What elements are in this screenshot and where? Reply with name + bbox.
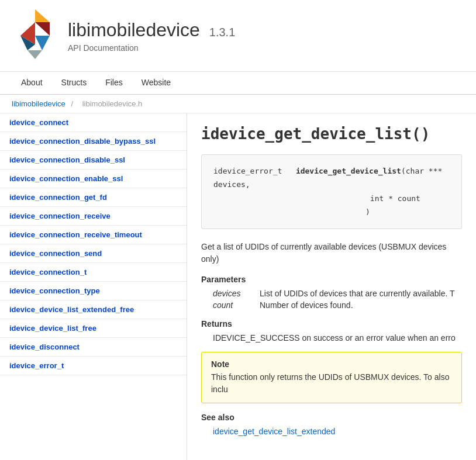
breadcrumb-separator: / xyxy=(71,99,73,108)
param-row: devices List of UDIDs of devices that ar… xyxy=(213,289,462,298)
svg-marker-1 xyxy=(35,22,50,36)
sidebar-item[interactable]: idevice_disconnect xyxy=(0,338,187,357)
sidebar-item[interactable]: idevice_device_list_extended_free xyxy=(0,300,187,319)
param-name-count: count xyxy=(213,300,260,310)
header: libimobiledevice 1.3.1 API Documentation xyxy=(0,0,476,72)
svg-marker-5 xyxy=(27,50,42,59)
svg-marker-3 xyxy=(35,36,50,50)
main-layout: idevice_connect idevice_connection_disab… xyxy=(0,113,476,460)
code-return-type: idevice_error_t xyxy=(213,167,282,175)
function-description: Get a list of UDIDs of currently availab… xyxy=(201,241,462,265)
parameters-section-title: Parameters xyxy=(201,275,462,284)
note-title: Note xyxy=(211,359,452,369)
sidebar-item[interactable]: idevice_error_t xyxy=(0,357,187,375)
app-title: libimobiledevice xyxy=(68,19,200,40)
app-subtitle: API Documentation xyxy=(68,43,235,53)
function-title: idevice_get_device_list() xyxy=(201,125,462,143)
returns-section-title: Returns xyxy=(201,319,462,328)
sidebar-item[interactable]: idevice_connection_type xyxy=(0,282,187,300)
nav-structs[interactable]: Structs xyxy=(52,72,96,94)
breadcrumb: libimobiledevice / libimobiledevice.h xyxy=(0,95,476,113)
code-open-paren: ( xyxy=(401,167,406,175)
param-row: count Number of devices found. xyxy=(213,300,462,310)
sidebar-item[interactable]: idevice_connection_disable_bypass_ssl xyxy=(0,132,187,151)
content-area: idevice_get_device_list() idevice_error_… xyxy=(187,113,476,460)
nav-website[interactable]: Website xyxy=(132,72,180,94)
sidebar-item[interactable]: idevice_connection_receive_timeout xyxy=(0,226,187,244)
header-title-row: libimobiledevice 1.3.1 xyxy=(68,19,235,41)
sidebar-item[interactable]: idevice_connection_disable_ssl xyxy=(0,151,187,170)
param-desc-count: Number of devices found. xyxy=(260,300,462,310)
sidebar-item[interactable]: idevice_connection_send xyxy=(0,244,187,263)
app-version: 1.3.1 xyxy=(209,26,235,39)
sidebar-item[interactable]: idevice_connection_t xyxy=(0,263,187,282)
logo-area: libimobiledevice 1.3.1 API Documentation xyxy=(12,9,235,62)
note-box: Note This function only returns the UDID… xyxy=(201,352,462,403)
logo-icon xyxy=(12,9,58,62)
main-nav: About Structs Files Website xyxy=(0,72,476,95)
code-params-close: ) xyxy=(213,207,370,216)
breadcrumb-current: libimobiledevice.h xyxy=(82,99,143,108)
svg-marker-0 xyxy=(35,9,50,22)
nav-about[interactable]: About xyxy=(12,72,52,94)
sidebar-item[interactable]: idevice_connection_enable_ssl xyxy=(0,170,187,188)
nav-files[interactable]: Files xyxy=(96,72,132,94)
note-content: This function only returns the UDIDs of … xyxy=(211,371,452,396)
returns-content: IDEVICE_E_SUCCESS on success or an error… xyxy=(213,333,462,343)
see-also-link[interactable]: idevice_get_device_list_extended xyxy=(213,427,462,436)
sidebar-item[interactable]: idevice_device_list_free xyxy=(0,319,187,338)
parameters-table: devices List of UDIDs of devices that ar… xyxy=(213,289,462,310)
sidebar: idevice_connect idevice_connection_disab… xyxy=(0,113,187,460)
breadcrumb-root[interactable]: libimobiledevice xyxy=(12,99,65,108)
header-text: libimobiledevice 1.3.1 API Documentation xyxy=(68,19,235,53)
code-block: idevice_error_t idevice_get_device_list(… xyxy=(201,154,462,229)
see-also-title: See also xyxy=(201,413,462,422)
sidebar-item[interactable]: idevice_connect xyxy=(0,113,187,132)
param-desc-devices: List of UDIDs of devices that are curren… xyxy=(260,289,462,298)
sidebar-item[interactable]: idevice_connection_receive xyxy=(0,207,187,226)
sidebar-item[interactable]: idevice_connection_get_fd xyxy=(0,188,187,207)
code-func-name: idevice_get_device_list xyxy=(296,167,401,175)
param-name-devices: devices xyxy=(213,289,260,298)
code-params-line2: int * count xyxy=(370,194,420,203)
